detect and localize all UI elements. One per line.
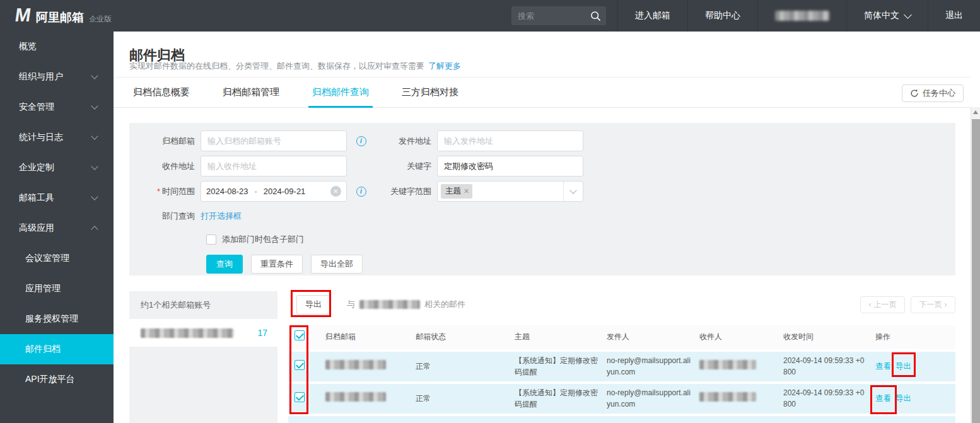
select-all-checkbox[interactable] — [295, 330, 305, 340]
brand: M 阿里邮箱 企业版 — [0, 6, 112, 26]
next-page-button[interactable]: 下一页› — [911, 296, 955, 313]
export-all-button[interactable]: 导出全部 — [311, 255, 363, 274]
sidebar-item-label: 安全管理 — [19, 101, 54, 113]
sidebar-item-label: 高级应用 — [19, 223, 54, 234]
sender-address-label: 发件地址 — [375, 136, 437, 147]
column-header-收发时间: 收发时间 — [783, 332, 875, 342]
action-link-查看[interactable]: 查看 — [875, 362, 891, 371]
account-mail-count: 17 — [257, 328, 267, 338]
row-checkbox[interactable] — [295, 360, 305, 370]
related-mails-text: 与 相关的邮件 — [347, 299, 465, 310]
filter-buttons: 查询 重置条件 导出全部 — [206, 255, 955, 274]
action-link-查看[interactable]: 查看 — [875, 394, 891, 403]
account-list-filler — [129, 347, 277, 423]
select-dropdown-arrow[interactable] — [563, 182, 583, 201]
keyword-input[interactable] — [437, 156, 583, 177]
nav-enter-mail[interactable]: 进入邮箱 — [617, 0, 687, 32]
recipient-blur-chip — [699, 392, 756, 402]
column-header-操作: 操作 — [875, 332, 955, 342]
nav-logout[interactable]: 退出 — [928, 0, 980, 32]
open-selector-link[interactable]: 打开选择框 — [201, 211, 242, 222]
sidebar-subitem-应用管理[interactable]: 应用管理 — [0, 274, 114, 304]
row-checkbox[interactable] — [295, 392, 305, 402]
sender-address-input[interactable] — [437, 130, 583, 151]
tab-三方归档对接[interactable]: 三方归档对接 — [398, 78, 462, 107]
sidebar-item-企业定制[interactable]: 企业定制 — [0, 153, 114, 183]
reset-button[interactable]: 重置条件 — [251, 255, 303, 274]
tab-归档邮件查询[interactable]: 归档邮件查询 — [308, 78, 373, 107]
search-icon[interactable] — [590, 11, 601, 21]
row-select-cell — [288, 360, 325, 373]
cell-status: 正常 — [416, 361, 515, 372]
pagination: ‹上一页 下一页› — [860, 296, 955, 313]
sidebar-subitem-会议室管理[interactable]: 会议室管理 — [0, 243, 114, 274]
table-header-row: 归档邮箱邮箱状态主题发件人收件人收发时间操作 — [288, 325, 955, 349]
sidebar-subitem-邮件归档[interactable]: 邮件归档 — [0, 334, 114, 364]
account-list-header: 约1个相关邮箱账号 — [129, 291, 277, 319]
time-range-picker[interactable]: 2024-08-23 - 2024-09-21 ✕ — [201, 181, 347, 202]
time-range-label: *时间范围 — [129, 186, 201, 197]
scrollbar-thumb[interactable] — [972, 119, 980, 423]
chevron-down-icon — [569, 187, 576, 194]
nav-language-label: 简体中文 — [864, 10, 899, 21]
include-subdept-checkbox[interactable] — [206, 235, 216, 245]
chevron-down-icon — [91, 102, 98, 109]
chevron-down-icon — [91, 72, 98, 79]
sidebar-subitem-label: 应用管理 — [25, 283, 61, 294]
results-section: 约1个相关邮箱账号 17 导出 与 相关的邮件 ‹上一页 — [129, 291, 955, 423]
prev-page-button[interactable]: ‹上一页 — [860, 296, 905, 313]
cell-subject: 【系统通知】定期修改密码提醒 — [515, 356, 607, 378]
keyword-scope-label: 关键字范围 — [375, 186, 437, 197]
sidebar-subitem-API开放平台[interactable]: API开放平台 — [0, 364, 114, 395]
username-blur-chip — [775, 11, 829, 21]
sidebar-item-组织与用户[interactable]: 组织与用户 — [0, 62, 114, 92]
row-select-cell — [288, 392, 325, 405]
clear-date-icon[interactable]: ✕ — [330, 186, 341, 197]
account-list-item[interactable]: 17 — [129, 319, 277, 347]
sidebar-item-邮箱工具[interactable]: 邮箱工具 — [0, 183, 114, 213]
tab-归档邮箱管理[interactable]: 归档邮箱管理 — [219, 78, 283, 107]
export-selected-button[interactable]: 导出 — [296, 295, 330, 315]
scrollbar-up-arrow-icon[interactable] — [973, 110, 978, 114]
info-icon[interactable]: i — [356, 136, 366, 146]
filter-grid: 归档邮箱 i 发件地址 收件地址 关键字 *时间范围 2024-08-23 - … — [129, 123, 955, 202]
sidebar-item-统计与日志[interactable]: 统计与日志 — [0, 122, 114, 153]
nav-language-switcher[interactable]: 简体中文 — [846, 0, 928, 32]
vertical-scrollbar[interactable] — [971, 107, 980, 423]
column-header-归档邮箱: 归档邮箱 — [325, 332, 416, 342]
scope-tag: 主题✕ — [441, 184, 472, 199]
next-page-label: 下一页 — [919, 299, 942, 310]
sidebar-item-安全管理[interactable]: 安全管理 — [0, 92, 114, 122]
filter-panel: 归档邮箱 i 发件地址 收件地址 关键字 *时间范围 2024-08-23 - … — [129, 123, 955, 275]
search-input[interactable] — [516, 11, 590, 21]
task-center-button[interactable]: 任务中心 — [902, 84, 964, 102]
mailbox-blur-chip — [325, 392, 386, 402]
department-query-label: 部门查询 — [129, 211, 201, 222]
related-account-blur-chip — [359, 300, 420, 309]
sidebar-subitem-服务授权管理[interactable]: 服务授权管理 — [0, 304, 114, 334]
account-list-panel: 约1个相关邮箱账号 17 — [129, 291, 277, 423]
select-all-cell — [288, 330, 325, 344]
sidebar-item-label: 企业定制 — [19, 162, 54, 173]
remove-tag-icon[interactable]: ✕ — [464, 187, 469, 195]
action-link-导出[interactable]: 导出 — [895, 394, 911, 403]
date-to[interactable]: 2024-09-21 — [264, 187, 306, 196]
recipient-address-input[interactable] — [201, 156, 347, 177]
tab-归档信息概要[interactable]: 归档信息概要 — [129, 78, 194, 107]
archive-mailbox-input[interactable] — [201, 130, 347, 151]
sidebar-item-概览[interactable]: 概览 — [0, 32, 114, 62]
learn-more-link[interactable]: 了解更多 — [428, 61, 461, 71]
search-button[interactable]: 查询 — [206, 255, 243, 274]
archive-mailbox-label: 归档邮箱 — [129, 136, 201, 147]
date-from[interactable]: 2024-08-23 — [206, 187, 248, 196]
cell-actions: 查看导出 — [875, 393, 955, 404]
action-link-导出[interactable]: 导出 — [895, 362, 911, 371]
info-icon[interactable]: i — [356, 187, 366, 197]
keyword-scope-select[interactable]: 主题✕ — [437, 181, 583, 202]
sidebar-subitem-label: 邮件归档 — [25, 344, 61, 355]
nav-help-center[interactable]: 帮助中心 — [687, 0, 757, 32]
topbar-searchbox[interactable] — [511, 6, 606, 25]
nav-username-redacted[interactable] — [757, 0, 846, 32]
table-toolbar: 导出 与 相关的邮件 ‹上一页 下一页› — [288, 291, 955, 318]
sidebar-item-高级应用[interactable]: 高级应用 — [0, 213, 114, 243]
